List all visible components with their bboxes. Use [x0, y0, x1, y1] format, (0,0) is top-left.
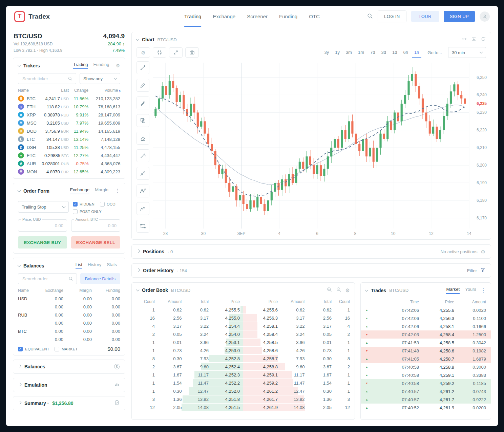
filter-link[interactable]: Filter: [467, 268, 477, 273]
ticker-row-xrp[interactable]: ✕ XRP 0.38978RUB 9.91% 28,147,009: [13, 111, 125, 119]
shapes-icon[interactable]: [136, 114, 149, 127]
collapse-chevron-icon[interactable]: [18, 189, 21, 192]
timeframe-3m[interactable]: 3m: [343, 48, 354, 58]
order-book-ask-row[interactable]: 4,258.53.960.011: [243, 338, 353, 346]
ticker-row-aur[interactable]: A AUR 0.028001RUB -0.75% 4,368,076: [13, 159, 125, 168]
order-book-ask-row[interactable]: 4,256.33.172.5616: [243, 314, 353, 322]
order-book-ask-row[interactable]: 4,259.211.471.541: [243, 379, 353, 387]
order-book-bid-row[interactable]: 10.013.964,253.1: [133, 338, 243, 346]
trade-row[interactable]: ▲ 07:41:054,258.71.6879: [361, 355, 491, 363]
order-book-ask-row[interactable]: 4,261.914.082.0512: [243, 403, 353, 411]
hidden-checkbox[interactable]: ✓: [73, 202, 78, 207]
snapshot-camera-icon[interactable]: [185, 47, 199, 58]
ticker-search-input[interactable]: [22, 76, 65, 82]
brand[interactable]: T Tradex: [14, 11, 50, 22]
timeframe-1m[interactable]: 1m: [356, 48, 366, 58]
trade-row[interactable]: ▼ 07:40:584,259.20.1185: [361, 379, 491, 387]
magic-wand-icon[interactable]: [136, 149, 149, 162]
order-book-bid-row[interactable]: 20.053.244,254.0: [133, 330, 243, 338]
reset-chart-icon[interactable]: [481, 36, 486, 43]
order-book-bid-row[interactable]: 80.307.934,252.8: [133, 354, 243, 363]
trade-row[interactable]: ▼ 07:42:034,258.41.2500: [361, 330, 491, 339]
trade-row[interactable]: ▲ 07:40:574,261.20.0743: [361, 387, 491, 395]
expand-chevron-icon[interactable]: [18, 365, 22, 368]
tickers-settings-gear-icon[interactable]: ⚙: [116, 63, 120, 68]
order-book-ask-row[interactable]: 4,258.89.603.672: [243, 363, 353, 371]
trade-row[interactable]: ▲ 07:41:534,258.50.3042: [361, 339, 491, 347]
more-options-icon[interactable]: ⋮: [115, 188, 120, 194]
zoom-out-icon[interactable]: [336, 287, 341, 294]
ticker-row-msc[interactable]: M MSC 3.2105USD 7.97% 19,655,609: [13, 119, 125, 127]
nav-tab-otc[interactable]: OTC: [309, 6, 320, 27]
equivalent-checkbox[interactable]: ✓: [18, 347, 23, 351]
order-book-ask-row[interactable]: 4,259.111.171.671: [243, 371, 353, 379]
order-search-input[interactable]: [22, 276, 66, 282]
balance-details-button[interactable]: Balance Details: [80, 273, 120, 284]
nav-tab-screener[interactable]: Screener: [247, 6, 268, 27]
ticker-row-dsh[interactable]: D DSH 105.38USD 11.25% 4,478,155: [13, 143, 125, 151]
timeframe-6h[interactable]: 6h: [401, 48, 410, 58]
filter-funnel-icon[interactable]: [480, 267, 485, 274]
order-book-bid-row[interactable]: 162.563.174,255.0: [133, 314, 243, 322]
ticker-row-btc[interactable]: B BTC 4,241.7USD 11.56% 210,123,282: [13, 94, 125, 103]
interval-select[interactable]: 30 min: [448, 47, 486, 58]
positions-panel[interactable]: Positions · 0 No active positions ⚙: [131, 244, 491, 259]
balance-row[interactable]: USD 0.000.000.00: [13, 295, 125, 303]
balance-row[interactable]: 0.000.000.00: [13, 335, 125, 343]
order-book-ask-row[interactable]: 4,258.64.260.731: [243, 346, 353, 354]
trade-row[interactable]: ▲ 07:40:574,261.70.9222: [361, 395, 491, 404]
tab-market[interactable]: Market: [446, 287, 460, 294]
order-history-panel[interactable]: Order History · 154 Filter: [131, 263, 491, 278]
order-book-ask-row[interactable]: 4,258.43.240.052: [243, 330, 353, 338]
avatar[interactable]: [480, 12, 490, 22]
collapse-chevron-icon[interactable]: [365, 288, 369, 291]
ticker-row-dod[interactable]: D DOD 3,756.9EUR 11.94% 14,165,619: [13, 127, 125, 135]
order-book-ask-row[interactable]: 4,258.77.930.308: [243, 354, 353, 363]
tab-list[interactable]: List: [76, 262, 82, 269]
tab-history[interactable]: History: [88, 262, 101, 269]
expand-chevron-icon[interactable]: [18, 383, 22, 386]
timeframe-1d[interactable]: 1d: [390, 48, 399, 58]
order-book-bid-row[interactable]: 43.173.224,254.4: [133, 322, 243, 330]
nav-tab-trading[interactable]: Trading: [184, 6, 201, 27]
expand-chevron-icon[interactable]: [137, 250, 140, 253]
xabcd-pattern-icon[interactable]: [136, 185, 149, 197]
order-book-bid-row[interactable]: 11.6711.174,252.3: [133, 371, 243, 379]
tab-stats[interactable]: Stats: [107, 262, 117, 269]
timeframe-3y[interactable]: 3y: [322, 48, 331, 58]
tab-trading[interactable]: Trading: [73, 62, 88, 69]
ticker-filter-select[interactable]: Show any: [80, 73, 120, 84]
balances-collapsed-panel[interactable]: Balances $: [13, 360, 125, 374]
ticker-row-etc[interactable]: ♦ ETC 0.29885BTC 12.27% 4,434,447: [13, 151, 125, 159]
tour-button[interactable]: TOUR: [411, 11, 439, 22]
login-button[interactable]: LOG IN: [378, 10, 406, 22]
candlestick-chart[interactable]: 6,2506,2406,2306,2206,2106,2006,1906,180…: [153, 61, 488, 237]
zoom-in-icon[interactable]: [327, 287, 332, 294]
timeframe-1h[interactable]: 1h: [412, 48, 421, 58]
elliott-wave-icon[interactable]: [136, 202, 149, 215]
expand-chevron-icon[interactable]: [137, 268, 140, 272]
marker-icon[interactable]: [136, 96, 149, 109]
goto-link[interactable]: Go to...: [427, 50, 442, 55]
pen-icon[interactable]: [136, 79, 149, 92]
order-book-bid-row[interactable]: 10.734.264,253.0: [133, 346, 243, 354]
nav-tab-exchange[interactable]: Exchange: [213, 6, 235, 27]
more-options-icon[interactable]: ⋮: [481, 288, 486, 293]
measure-icon[interactable]: [136, 167, 149, 180]
tab-funding[interactable]: Funding: [93, 62, 109, 69]
order-book-ask-row[interactable]: 4,258.13.223.174: [243, 322, 353, 330]
trend-line-icon[interactable]: [136, 61, 149, 74]
balance-row[interactable]: 0.000.000.00: [13, 319, 125, 327]
order-book-settings-gear-icon[interactable]: ⚙: [345, 288, 350, 293]
order-book-ask-row[interactable]: 4,261.212.470.301: [243, 387, 353, 395]
chart-settings-gear-icon[interactable]: ⚙: [136, 47, 150, 58]
trade-row[interactable]: ▲ 07:42:064,258.10.1666: [361, 322, 491, 330]
exchange-buy-button[interactable]: EXCHANGE BUY: [18, 236, 67, 249]
order-book-bid-row[interactable]: 23.679.604,252.4: [133, 363, 243, 371]
emulation-panel[interactable]: Emulation: [13, 378, 125, 392]
order-book-bid-row[interactable]: 31.3613.824,251.8: [133, 395, 243, 403]
order-book-bid-row[interactable]: 10.620.624,255.5: [133, 306, 243, 314]
order-type-select[interactable]: Trailing Stop: [18, 201, 69, 213]
timeframe-1y[interactable]: 1y: [333, 48, 342, 58]
order-book-bid-row[interactable]: 11.5411.474,252.2: [133, 379, 243, 387]
